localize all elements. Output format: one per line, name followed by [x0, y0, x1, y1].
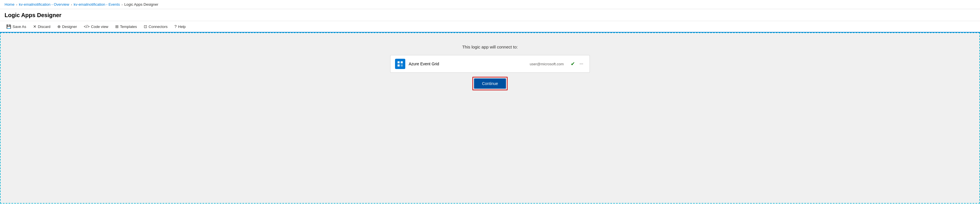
connection-status: ✔ ··· — [571, 61, 585, 67]
breadcrumb-home[interactable]: Home — [5, 2, 14, 6]
continue-button-wrapper: Continue — [474, 78, 506, 89]
save-icon: 💾 — [6, 24, 11, 29]
connectors-button[interactable]: ⊡ Connectors — [141, 23, 170, 30]
connectors-icon: ⊡ — [144, 24, 147, 29]
save-as-button[interactable]: 💾 Save As — [3, 23, 29, 30]
code-view-button[interactable]: </> Code view — [81, 23, 111, 30]
help-icon: ? — [175, 24, 177, 29]
breadcrumb-current: Logic Apps Designer — [124, 2, 158, 6]
page-title: Logic Apps Designer — [0, 9, 980, 21]
discard-button[interactable]: ✕ Discard — [30, 23, 53, 30]
svg-rect-2 — [398, 64, 399, 67]
templates-button[interactable]: ⊞ Templates — [112, 23, 140, 30]
connection-container: This logic app will connect to: Azure Ev… — [390, 45, 590, 89]
service-email: user@microsoft.com — [530, 62, 563, 66]
designer-icon: ⊕ — [57, 24, 61, 29]
svg-rect-0 — [398, 61, 399, 63]
templates-icon: ⊞ — [115, 24, 119, 29]
help-button[interactable]: ? Help — [172, 23, 189, 30]
code-icon: </> — [84, 24, 89, 29]
designer-button[interactable]: ⊕ Designer — [54, 23, 80, 30]
continue-button[interactable]: Continue — [474, 78, 506, 89]
main-canvas: This logic app will connect to: Azure Ev… — [0, 32, 980, 204]
connection-card: Azure Event Grid user@microsoft.com ✔ ··… — [390, 55, 590, 73]
connection-prompt: This logic app will connect to: — [462, 45, 518, 49]
breadcrumb-sep-1: › — [16, 3, 18, 6]
breadcrumb-sep-2: › — [71, 3, 72, 6]
breadcrumb-overview[interactable]: kv-emailnotification - Overview — [19, 2, 69, 6]
breadcrumb: Home › kv-emailnotification - Overview ›… — [0, 0, 980, 9]
breadcrumb-events[interactable]: kv-emailnotification - Events — [73, 2, 120, 6]
breadcrumb-sep-3: › — [121, 3, 123, 6]
svg-rect-3 — [401, 64, 403, 67]
svg-rect-1 — [401, 61, 403, 63]
toolbar: 💾 Save As ✕ Discard ⊕ Designer </> Code … — [0, 21, 980, 32]
azure-event-grid-icon — [395, 59, 405, 69]
discard-icon: ✕ — [33, 24, 37, 29]
more-options-button[interactable]: ··· — [578, 61, 585, 67]
service-name: Azure Event Grid — [409, 62, 526, 66]
connected-check-icon: ✔ — [571, 61, 575, 67]
